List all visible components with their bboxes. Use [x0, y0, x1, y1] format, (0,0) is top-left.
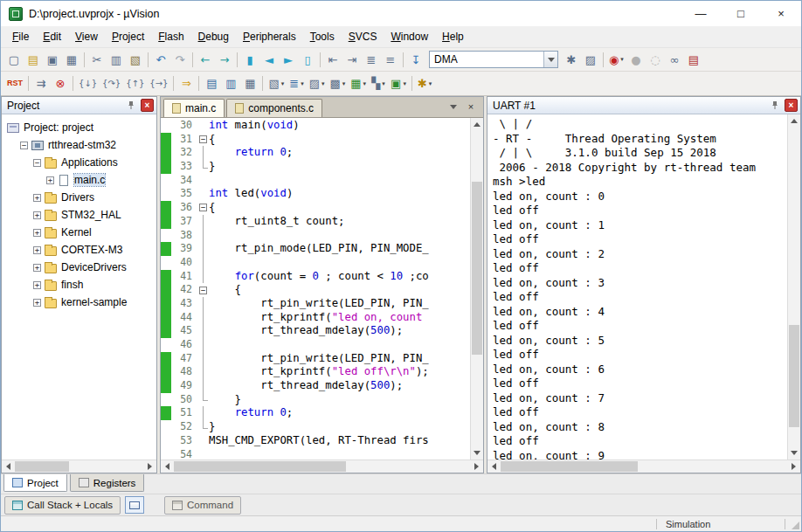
panel-tab-project[interactable]: Project: [3, 474, 67, 492]
open-file-button[interactable]: ▤: [24, 50, 43, 69]
dropdown-caret-icon[interactable]: ▾: [321, 80, 325, 87]
pin-icon[interactable]: [124, 99, 138, 113]
scroll-thumb[interactable]: [15, 461, 69, 472]
code-line-48[interactable]: 48 rt_kprintf("led off\r\n");: [161, 365, 470, 379]
dropdown-caret-icon[interactable]: ▾: [301, 80, 304, 87]
minimize-button[interactable]: —: [681, 1, 721, 26]
tree-item-finsh[interactable]: +finsh: [2, 276, 156, 294]
menu-debug[interactable]: Debug: [191, 28, 236, 45]
step-over-button[interactable]: {↷}: [100, 74, 123, 93]
serial-window-button[interactable]: ▦▾: [348, 74, 369, 93]
run-to-cursor-button[interactable]: {→}: [147, 74, 170, 93]
menu-help[interactable]: Help: [435, 28, 471, 45]
editor-tab-main-c[interactable]: main.c: [163, 99, 225, 117]
copy-button[interactable]: ▥: [107, 50, 126, 69]
menu-project[interactable]: Project: [105, 28, 151, 45]
comment-button[interactable]: ≣: [362, 50, 381, 69]
file-extensions-button[interactable]: ▨: [581, 50, 600, 69]
call-stack-window-button[interactable]: ≣▾: [287, 74, 306, 93]
tree-item-kernel[interactable]: +Kernel: [2, 224, 156, 241]
stop-button[interactable]: ⊗: [51, 74, 70, 93]
nav-back-button[interactable]: ←: [196, 50, 215, 69]
uart-v-scrollbar[interactable]: [787, 114, 800, 459]
scroll-up-icon[interactable]: [471, 118, 483, 131]
step-out-button[interactable]: {↑}: [123, 74, 147, 93]
run-button[interactable]: ⇉: [31, 74, 51, 93]
fold-collapse-icon[interactable]: −: [199, 204, 207, 211]
expand-icon[interactable]: +: [46, 176, 54, 184]
tree-item-cortex-m3[interactable]: +CORTEX-M3: [2, 241, 156, 259]
code-line-51[interactable]: 51 return 0;: [161, 406, 470, 420]
project-h-scrollbar[interactable]: [2, 459, 156, 473]
save-button[interactable]: ▣: [43, 50, 62, 69]
scroll-up-icon[interactable]: [788, 114, 800, 128]
undo-button[interactable]: ↶: [151, 50, 170, 69]
bookmark-next-button[interactable]: ►: [279, 50, 298, 69]
expand-icon[interactable]: +: [33, 194, 41, 202]
resize-grip[interactable]: [785, 516, 801, 531]
editor-tab-components-c[interactable]: components.c: [226, 99, 322, 117]
expand-icon[interactable]: +: [33, 229, 41, 237]
dropdown-caret-icon[interactable]: ▾: [403, 80, 406, 87]
tree-item-project-project[interactable]: Project: project: [2, 119, 156, 136]
disassembly-window-button[interactable]: ▥: [221, 74, 240, 93]
code-line-35[interactable]: 35int led(void): [161, 187, 470, 201]
step-into-button[interactable]: {↓}: [76, 74, 100, 93]
redo-button[interactable]: ↷: [170, 50, 190, 69]
maximize-button[interactable]: □: [721, 1, 761, 26]
target-options-button[interactable]: ✱: [562, 50, 581, 69]
menu-peripherals[interactable]: Peripherals: [236, 28, 303, 45]
menu-tools[interactable]: Tools: [303, 28, 342, 45]
registers-window-button[interactable]: ▧▾: [266, 74, 287, 93]
code-line-40[interactable]: 40: [161, 256, 470, 270]
scroll-right-icon[interactable]: [143, 460, 156, 473]
uart-close-icon[interactable]: ×: [785, 99, 798, 112]
paste-button[interactable]: ▧: [126, 50, 145, 69]
call-stack-tab[interactable]: Call Stack + Locals: [4, 496, 121, 515]
code-line-53[interactable]: 53MSH_CMD_EXPORT(led, RT-Thread firs: [161, 434, 470, 448]
scroll-down-icon[interactable]: [471, 446, 483, 459]
breakpoint-enable-button[interactable]: ◌: [646, 50, 665, 69]
code-line-36[interactable]: 36−{: [161, 201, 470, 215]
command-window-button[interactable]: ▤: [202, 74, 221, 93]
books-button[interactable]: ▤: [684, 50, 703, 69]
symbol-window-button[interactable]: ▦: [240, 74, 259, 93]
tree-item-kernel-sample[interactable]: +kernel-sample: [2, 294, 156, 311]
dropdown-caret-icon[interactable]: ▾: [429, 80, 432, 87]
indent-right-button[interactable]: ⇥: [342, 50, 362, 69]
scroll-right-icon[interactable]: [787, 460, 800, 473]
menu-flash[interactable]: Flash: [151, 28, 190, 45]
scroll-left-icon[interactable]: [487, 460, 501, 473]
bookmark-prev-button[interactable]: ◄: [259, 50, 279, 69]
code-line-32[interactable]: 32 return 0;: [161, 146, 470, 160]
expand-icon[interactable]: +: [33, 264, 41, 272]
code-area[interactable]: 30int main(void)31−{32 return 0;33}3435i…: [161, 118, 470, 459]
code-line-41[interactable]: 41 for(count = 0 ; count < 10 ;co: [161, 270, 470, 284]
indent-left-button[interactable]: ⇤: [323, 50, 342, 69]
toolbox-button[interactable]: ✱▾: [415, 74, 434, 93]
nav-forward-button[interactable]: →: [215, 50, 234, 69]
analysis-window-button[interactable]: ▚▾: [369, 74, 388, 93]
tree-item-drivers[interactable]: +Drivers: [2, 189, 156, 206]
watch-window-button[interactable]: ▨▾: [307, 74, 328, 93]
code-line-31[interactable]: 31−{: [161, 133, 470, 147]
code-line-45[interactable]: 45 rt_thread_mdelay(500);: [161, 324, 470, 338]
dropdown-caret-icon[interactable]: ▾: [620, 56, 624, 63]
code-line-50[interactable]: 50 }: [161, 393, 470, 407]
fold-collapse-icon[interactable]: −: [199, 287, 207, 294]
code-line-54[interactable]: 54: [161, 448, 470, 460]
dropdown-caret-icon[interactable]: ▾: [382, 80, 385, 87]
cut-button[interactable]: ✂: [87, 50, 107, 69]
breakpoint-toggle-button[interactable]: ●: [626, 50, 646, 69]
code-line-33[interactable]: 33}: [161, 160, 470, 174]
editor-v-scrollbar[interactable]: [470, 118, 483, 459]
keyboard-button[interactable]: [125, 496, 144, 514]
code-line-30[interactable]: 30int main(void): [161, 119, 470, 133]
expand-icon[interactable]: +: [33, 281, 41, 289]
tree-item-devicedrivers[interactable]: +DeviceDrivers: [2, 259, 156, 276]
code-line-44[interactable]: 44 rt_kprintf("led on, count: [161, 311, 470, 325]
tree-item-applications[interactable]: −Applications: [2, 154, 156, 171]
start-stop-debug-button[interactable]: ◉▾: [606, 50, 626, 69]
close-button[interactable]: ×: [761, 1, 801, 26]
menu-window[interactable]: Window: [384, 28, 435, 45]
